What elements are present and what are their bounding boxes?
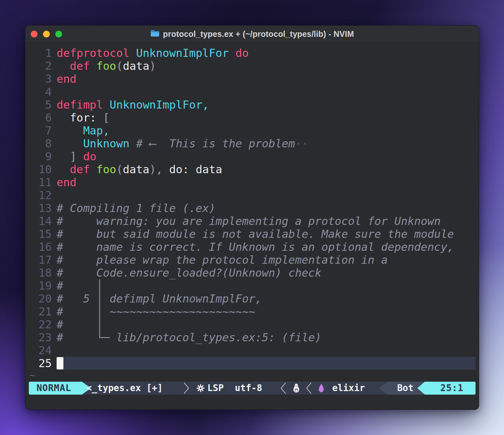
code-line[interactable]: 10 def foo(data), do: data	[29, 163, 476, 176]
token-kw: def	[70, 163, 90, 176]
line-number: 15	[29, 228, 52, 240]
code-line[interactable]: 8 Unknown # ⟵ This is the problem··	[29, 137, 476, 150]
token-kw: defimpl	[57, 98, 103, 111]
code-line-text: # │	[57, 318, 476, 331]
line-number: 5	[29, 98, 52, 111]
elixir-drop-icon	[318, 382, 325, 395]
token-ty: UnknownImplFor	[136, 47, 229, 59]
code-line[interactable]: 14# warning: you are implementing a prot…	[29, 215, 476, 228]
token-pn: )	[149, 59, 156, 72]
code-line[interactable]: 22# │	[29, 318, 476, 331]
code-area[interactable]: 1defprotocol UnknownImplFor do2 def foo(…	[29, 47, 476, 370]
code-line[interactable]: 23# └─ lib/protocol_types.ex:5: (file)	[29, 331, 476, 344]
mode-indicator: NORMAL	[29, 382, 91, 395]
code-line-text: # │ ~~~~~~~~~~~~~~~~~~~~~~	[57, 305, 476, 318]
code-line[interactable]: 25	[29, 357, 476, 370]
token-cm: # but said module is not available. Make…	[57, 228, 454, 240]
code-line-text: # please wrap the protocol implementatio…	[57, 253, 476, 266]
token-pn: ,	[156, 163, 162, 176]
code-line[interactable]: 4	[29, 85, 476, 98]
code-line[interactable]: 6 for: [	[29, 111, 476, 124]
token-cm: # please wrap the protocol implementatio…	[57, 253, 388, 266]
code-line-text	[57, 357, 476, 370]
token-fg	[57, 137, 83, 150]
token-fg: do: data	[163, 163, 222, 176]
token-cm: # name is correct. If Unknown is an opti…	[57, 240, 454, 253]
code-line-text: # └─ lib/protocol_types.ex:5: (file)	[57, 331, 476, 344]
code-line[interactable]: 7 Map,	[29, 124, 476, 137]
code-line[interactable]: 21# │ ~~~~~~~~~~~~~~~~~~~~~~	[29, 305, 476, 318]
token-cm: # Compiling 1 file (.ex)	[57, 202, 215, 215]
code-line[interactable]: 18# Code.ensure_loaded?(Unknown) check	[29, 266, 476, 279]
token-kw: do	[83, 150, 96, 163]
code-line-text: # Compiling 1 file (.ex)	[57, 202, 476, 215]
line-number: 10	[29, 163, 52, 176]
code-line-text	[57, 85, 476, 98]
nvim-window: protocol_types.ex + (~/protocol_types/li…	[25, 25, 479, 410]
token-fg	[57, 150, 70, 163]
code-line-text: # name is correct. If Unknown is an opti…	[57, 240, 476, 253]
line-number: 4	[29, 85, 52, 98]
code-line[interactable]: 17# please wrap the protocol implementat…	[29, 253, 476, 266]
chevron-left-icon	[305, 382, 312, 395]
code-line[interactable]: 24	[29, 344, 476, 357]
empty-buffer-tilde: ~	[29, 370, 35, 381]
token-fg	[57, 163, 70, 176]
code-line-text	[57, 344, 476, 357]
token-fg: for:	[57, 111, 103, 124]
token-fg	[229, 47, 235, 59]
line-number: 16	[29, 240, 52, 253]
token-kw: defprotocol	[57, 47, 129, 59]
gear-icon	[196, 382, 205, 395]
token-fg	[57, 124, 83, 137]
line-number: 6	[29, 111, 52, 124]
token-kw: def	[70, 59, 90, 72]
line-number: 22	[29, 318, 52, 331]
code-line[interactable]: 19# │	[29, 279, 476, 292]
code-line[interactable]: 20# 5 │ defimpl UnknownImplFor,	[29, 292, 476, 305]
token-fn: foo	[96, 163, 116, 176]
token-pn: (	[116, 59, 123, 72]
line-number: 19	[29, 279, 52, 292]
token-dim: ··	[295, 137, 308, 150]
titlebar: protocol_types.ex + (~/protocol_types/li…	[25, 26, 479, 42]
token-fg: data	[123, 59, 149, 72]
line-number: 9	[29, 150, 52, 163]
code-line-text: # 5 │ defimpl UnknownImplFor,	[57, 292, 476, 305]
code-line[interactable]: 9 ] do	[29, 150, 476, 163]
line-number: 23	[29, 331, 52, 344]
code-line[interactable]: 13# Compiling 1 file (.ex)	[29, 202, 476, 215]
lsp-indicator: LSP	[207, 382, 224, 395]
line-number: 8	[29, 137, 52, 150]
token-pn: [	[103, 111, 109, 124]
code-line[interactable]: 2 def foo(data)	[29, 59, 476, 72]
token-ty: Unknown	[83, 137, 129, 150]
code-line[interactable]: 1defprotocol UnknownImplFor do	[29, 47, 476, 59]
token-fn: foo	[96, 59, 116, 72]
token-fg	[103, 98, 109, 111]
token-ty: Map,	[83, 124, 110, 137]
line-number: 24	[29, 344, 52, 357]
code-line[interactable]: 11end	[29, 176, 476, 189]
code-line-text: Map,	[57, 124, 476, 137]
token-cm: # │ ~~~~~~~~~~~~~~~~~~~~~~	[57, 305, 255, 318]
token-fg	[129, 47, 136, 59]
code-line-text: # but said module is not available. Make…	[57, 228, 476, 240]
line-number: 1	[29, 47, 52, 59]
cursor-position-indicator: 25:1	[417, 382, 476, 395]
token-cm: # warning: you are implementing a protoc…	[57, 215, 441, 228]
chevron-right-icon	[183, 382, 190, 395]
code-line[interactable]: 16# name is correct. If Unknown is an op…	[29, 240, 476, 253]
code-line[interactable]: 3end	[29, 72, 476, 85]
code-line[interactable]: 5defimpl UnknownImplFor,	[29, 98, 476, 111]
token-pn: (	[116, 163, 123, 176]
statusline-filename[interactable]: <_types.ex [+]	[86, 382, 163, 395]
code-line[interactable]: 15# but said module is not available. Ma…	[29, 228, 476, 240]
code-line-text: end	[57, 176, 476, 189]
code-line-text: for: [	[57, 111, 476, 124]
code-line[interactable]: 12	[29, 189, 476, 202]
folder-icon	[150, 29, 160, 38]
line-number: 18	[29, 266, 52, 279]
token-cm: # │	[57, 279, 103, 292]
line-number: 21	[29, 305, 52, 318]
